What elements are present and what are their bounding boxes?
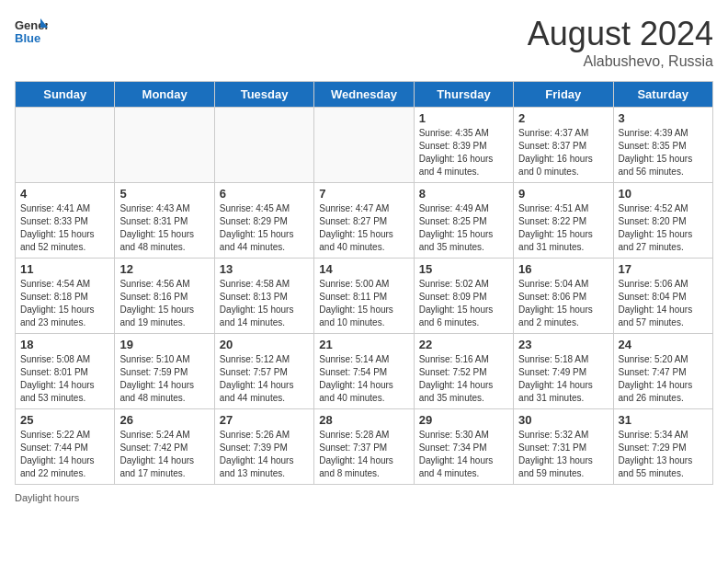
- calendar-cell: 2Sunrise: 4:37 AMSunset: 8:37 PMDaylight…: [514, 108, 613, 183]
- day-of-week-header: Friday: [514, 82, 613, 108]
- day-info: Sunrise: 5:22 AMSunset: 7:44 PMDaylight:…: [20, 429, 109, 480]
- calendar-cell: 13Sunrise: 4:58 AMSunset: 8:13 PMDayligh…: [214, 259, 313, 334]
- day-number: 2: [518, 111, 608, 125]
- calendar-cell: 19Sunrise: 5:10 AMSunset: 7:59 PMDayligh…: [115, 334, 214, 409]
- day-number: 20: [220, 338, 309, 351]
- calendar-cell: 14Sunrise: 5:00 AMSunset: 8:11 PMDayligh…: [314, 259, 414, 334]
- day-number: 30: [518, 413, 608, 427]
- day-info: Sunrise: 5:34 AMSunset: 7:29 PMDaylight:…: [619, 429, 708, 480]
- day-number: 17: [619, 262, 708, 276]
- calendar-cell: 10Sunrise: 4:52 AMSunset: 8:20 PMDayligh…: [613, 183, 712, 259]
- title-block: August 2024 Alabushevo, Russia: [528, 15, 713, 70]
- day-of-week-header: Tuesday: [214, 82, 313, 108]
- day-number: 1: [419, 111, 508, 125]
- day-info: Sunrise: 4:43 AMSunset: 8:31 PMDaylight:…: [119, 202, 209, 254]
- day-number: 9: [518, 187, 608, 201]
- day-info: Sunrise: 4:39 AMSunset: 8:35 PMDaylight:…: [619, 127, 708, 178]
- calendar-cell: 9Sunrise: 4:51 AMSunset: 8:22 PMDaylight…: [514, 183, 613, 259]
- day-info: Sunrise: 5:32 AMSunset: 7:31 PMDaylight:…: [518, 429, 608, 480]
- page-header: General Blue August 2024 Alabushevo, Rus…: [15, 15, 713, 70]
- calendar-table: SundayMondayTuesdayWednesdayThursdayFrid…: [15, 81, 713, 485]
- day-info: Sunrise: 5:20 AMSunset: 7:47 PMDaylight:…: [619, 353, 708, 405]
- calendar-cell: [214, 108, 313, 183]
- day-of-week-header: Saturday: [613, 82, 712, 108]
- day-info: Sunrise: 4:41 AMSunset: 8:33 PMDaylight:…: [20, 202, 109, 254]
- day-of-week-header: Monday: [115, 82, 214, 108]
- calendar-cell: 21Sunrise: 5:14 AMSunset: 7:54 PMDayligh…: [314, 334, 414, 409]
- day-info: Sunrise: 4:47 AMSunset: 8:27 PMDaylight:…: [319, 202, 408, 254]
- day-info: Sunrise: 4:45 AMSunset: 8:29 PMDaylight:…: [220, 202, 309, 254]
- calendar-cell: 22Sunrise: 5:16 AMSunset: 7:52 PMDayligh…: [414, 334, 513, 409]
- calendar-cell: 24Sunrise: 5:20 AMSunset: 7:47 PMDayligh…: [613, 334, 712, 409]
- day-info: Sunrise: 5:12 AMSunset: 7:57 PMDaylight:…: [220, 353, 309, 405]
- day-info: Sunrise: 4:58 AMSunset: 8:13 PMDaylight:…: [220, 278, 309, 329]
- calendar-cell: 27Sunrise: 5:26 AMSunset: 7:39 PMDayligh…: [214, 409, 313, 485]
- day-info: Sunrise: 5:06 AMSunset: 8:04 PMDaylight:…: [619, 278, 708, 329]
- calendar-cell: 25Sunrise: 5:22 AMSunset: 7:44 PMDayligh…: [16, 409, 115, 485]
- day-number: 15: [419, 262, 508, 276]
- location: Alabushevo, Russia: [528, 53, 713, 70]
- day-number: 28: [319, 413, 408, 427]
- day-info: Sunrise: 5:00 AMSunset: 8:11 PMDaylight:…: [319, 278, 408, 329]
- calendar-cell: 1Sunrise: 4:35 AMSunset: 8:39 PMDaylight…: [414, 108, 513, 183]
- calendar-cell: 8Sunrise: 4:49 AMSunset: 8:25 PMDaylight…: [414, 183, 513, 259]
- day-number: 13: [220, 262, 309, 276]
- calendar-cell: 11Sunrise: 4:54 AMSunset: 8:18 PMDayligh…: [16, 259, 115, 334]
- footer: Daylight hours: [15, 492, 713, 503]
- day-number: 24: [619, 338, 708, 351]
- day-of-week-header: Sunday: [16, 82, 115, 108]
- calendar-cell: 15Sunrise: 5:02 AMSunset: 8:09 PMDayligh…: [414, 259, 513, 334]
- day-info: Sunrise: 5:14 AMSunset: 7:54 PMDaylight:…: [319, 353, 408, 405]
- day-info: Sunrise: 4:52 AMSunset: 8:20 PMDaylight:…: [619, 202, 708, 254]
- calendar-cell: 30Sunrise: 5:32 AMSunset: 7:31 PMDayligh…: [514, 409, 613, 485]
- day-number: 5: [119, 187, 209, 201]
- calendar-cell: 6Sunrise: 4:45 AMSunset: 8:29 PMDaylight…: [214, 183, 313, 259]
- calendar-cell: 31Sunrise: 5:34 AMSunset: 7:29 PMDayligh…: [613, 409, 712, 485]
- day-number: 29: [419, 413, 508, 427]
- day-number: 7: [319, 187, 408, 201]
- day-info: Sunrise: 5:02 AMSunset: 8:09 PMDaylight:…: [419, 278, 508, 329]
- day-number: 26: [119, 413, 209, 427]
- calendar-cell: 17Sunrise: 5:06 AMSunset: 8:04 PMDayligh…: [613, 259, 712, 334]
- day-number: 16: [518, 262, 608, 276]
- day-info: Sunrise: 5:10 AMSunset: 7:59 PMDaylight:…: [119, 353, 209, 405]
- calendar-cell: 12Sunrise: 4:56 AMSunset: 8:16 PMDayligh…: [115, 259, 214, 334]
- day-of-week-header: Wednesday: [314, 82, 414, 108]
- day-of-week-header: Thursday: [414, 82, 513, 108]
- calendar-cell: 16Sunrise: 5:04 AMSunset: 8:06 PMDayligh…: [514, 259, 613, 334]
- day-info: Sunrise: 5:18 AMSunset: 7:49 PMDaylight:…: [518, 353, 608, 405]
- day-info: Sunrise: 5:26 AMSunset: 7:39 PMDaylight:…: [220, 429, 309, 480]
- calendar-cell: 18Sunrise: 5:08 AMSunset: 8:01 PMDayligh…: [16, 334, 115, 409]
- day-info: Sunrise: 5:04 AMSunset: 8:06 PMDaylight:…: [518, 278, 608, 329]
- day-number: 22: [419, 338, 508, 351]
- day-number: 4: [20, 187, 109, 201]
- day-number: 11: [20, 262, 109, 276]
- calendar-cell: 26Sunrise: 5:24 AMSunset: 7:42 PMDayligh…: [115, 409, 214, 485]
- day-number: 31: [619, 413, 708, 427]
- day-number: 21: [319, 338, 408, 351]
- calendar-cell: [115, 108, 214, 183]
- day-info: Sunrise: 4:35 AMSunset: 8:39 PMDaylight:…: [419, 127, 508, 178]
- day-number: 19: [119, 338, 209, 351]
- calendar-cell: 3Sunrise: 4:39 AMSunset: 8:35 PMDaylight…: [613, 108, 712, 183]
- daylight-label: Daylight hours: [15, 492, 79, 503]
- day-info: Sunrise: 4:49 AMSunset: 8:25 PMDaylight:…: [419, 202, 508, 254]
- day-info: Sunrise: 5:24 AMSunset: 7:42 PMDaylight:…: [119, 429, 209, 480]
- calendar-cell: 7Sunrise: 4:47 AMSunset: 8:27 PMDaylight…: [314, 183, 414, 259]
- month-year: August 2024: [528, 15, 713, 53]
- calendar-cell: [16, 108, 115, 183]
- day-info: Sunrise: 4:37 AMSunset: 8:37 PMDaylight:…: [518, 127, 608, 178]
- day-number: 27: [220, 413, 309, 427]
- day-number: 10: [619, 187, 708, 201]
- day-info: Sunrise: 5:16 AMSunset: 7:52 PMDaylight:…: [419, 353, 508, 405]
- calendar-cell: 28Sunrise: 5:28 AMSunset: 7:37 PMDayligh…: [314, 409, 414, 485]
- day-info: Sunrise: 5:08 AMSunset: 8:01 PMDaylight:…: [20, 353, 109, 405]
- calendar-cell: [314, 108, 414, 183]
- calendar-cell: 23Sunrise: 5:18 AMSunset: 7:49 PMDayligh…: [514, 334, 613, 409]
- day-info: Sunrise: 5:30 AMSunset: 7:34 PMDaylight:…: [419, 429, 508, 480]
- calendar-cell: 29Sunrise: 5:30 AMSunset: 7:34 PMDayligh…: [414, 409, 513, 485]
- calendar-cell: 5Sunrise: 4:43 AMSunset: 8:31 PMDaylight…: [115, 183, 214, 259]
- day-number: 14: [319, 262, 408, 276]
- day-info: Sunrise: 4:56 AMSunset: 8:16 PMDaylight:…: [119, 278, 209, 329]
- day-number: 8: [419, 187, 508, 201]
